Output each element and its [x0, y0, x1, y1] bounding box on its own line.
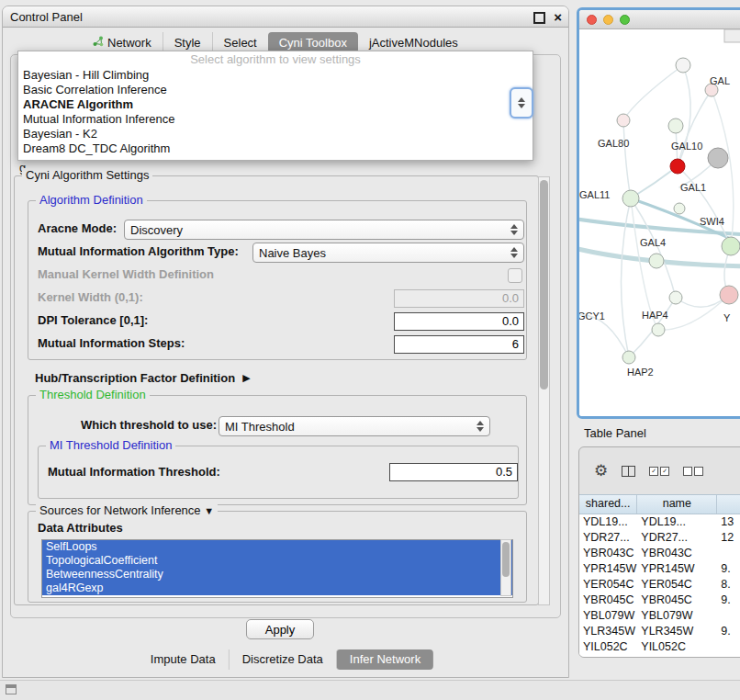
columns-icon[interactable] — [622, 466, 635, 477]
table-cell: 9. — [717, 561, 740, 577]
tab-label: Cyni Toolbox — [279, 34, 347, 51]
table-cell: YLR345W — [579, 624, 637, 639]
network-node[interactable] — [652, 323, 665, 336]
control-panel-titlebar[interactable]: Control Panel × — [3, 6, 568, 28]
table-cell: 8. — [717, 577, 740, 593]
desktop: Control Panel × NetworkStyleSelectCyni T… — [0, 0, 740, 700]
close-traffic-light-icon[interactable] — [587, 15, 597, 25]
manual-kernel-label: Manual Kernel Width Definition — [38, 267, 214, 281]
combo-value: MI Threshold — [225, 420, 295, 434]
bottom-tabbar: Impute DataDiscretize DataInfer Network — [138, 649, 433, 670]
column-header[interactable]: name — [637, 495, 717, 514]
mi-threshold-field[interactable]: 0.5 — [389, 463, 518, 481]
apply-button[interactable]: Apply — [246, 619, 314, 639]
hub-definition-toggle[interactable]: Hub/Transcription Factor Definition ▶ — [35, 371, 251, 385]
scrollbar-thumb[interactable] — [502, 542, 510, 577]
network-node[interactable] — [720, 286, 738, 304]
table-row[interactable]: YBL079WYBL079W — [579, 608, 740, 624]
zoom-traffic-light-icon[interactable] — [620, 15, 630, 25]
mi-type-label: Mutual Information Algorithm Type: — [38, 244, 239, 258]
select-all-icon[interactable]: ✓✓ — [649, 467, 669, 476]
close-icon[interactable]: × — [554, 6, 562, 28]
attribute-item[interactable]: BetweennessCentrality — [42, 568, 512, 581]
node-label: GAL10 — [671, 141, 702, 152]
expand-icon: ▶ — [242, 372, 250, 384]
attribute-item[interactable]: SelfLoops — [42, 540, 512, 554]
column-header[interactable] — [717, 495, 740, 514]
table-row[interactable]: YLR345WYLR345W9. — [579, 624, 740, 639]
node-label: Y — [723, 312, 731, 323]
network-node[interactable] — [622, 190, 639, 207]
algorithm-option[interactable]: Dream8 DC_TDC Algorithm — [18, 141, 533, 156]
table-row[interactable]: YPR145WYPR145W9. — [579, 561, 740, 577]
node-label: HAP2 — [627, 367, 654, 378]
tab-discretize-data[interactable]: Discretize Data — [229, 649, 336, 670]
float-window-icon[interactable] — [533, 12, 545, 24]
table-cell: YDL19... — [637, 514, 717, 530]
network-node[interactable] — [622, 351, 635, 364]
dpi-tolerance-field[interactable]: 0.0 — [394, 312, 524, 331]
node-label: SWI4 — [700, 216, 724, 227]
combo-value: Naive Bayes — [259, 246, 326, 260]
tab-infer-network[interactable]: Infer Network — [336, 649, 433, 670]
aracne-mode-select[interactable]: Discovery — [124, 220, 524, 240]
attributes-list-scrollbar[interactable] — [500, 539, 511, 596]
settings-scrollbar[interactable] — [538, 176, 550, 605]
minimize-traffic-light-icon[interactable] — [603, 15, 613, 25]
obscured-combobox-fragment[interactable] — [510, 87, 533, 119]
network-node[interactable] — [649, 254, 664, 268]
table-cell: YIL052C — [579, 639, 637, 655]
data-attributes-list[interactable]: SelfLoopsTopologicalCoefficientBetweenne… — [41, 539, 513, 598]
tab-impute-data[interactable]: Impute Data — [138, 649, 229, 670]
algorithm-option[interactable]: Bayesian - K2 — [18, 127, 533, 141]
attribute-item[interactable]: gal4RGexp — [42, 581, 512, 595]
network-node[interactable] — [674, 203, 685, 214]
network-node[interactable] — [722, 237, 740, 255]
algorithm-option[interactable]: Mutual Information Inference — [18, 112, 533, 127]
deselect-all-icon[interactable] — [683, 467, 703, 476]
algorithm-option[interactable]: Basic Correlation Inference — [18, 83, 533, 97]
scrollbar-thumb[interactable] — [540, 180, 548, 390]
algorithm-definition-group: Algorithm Definition Aracne Mode: Discov… — [28, 200, 527, 360]
canvas-corner-box — [724, 29, 740, 42]
which-threshold-select[interactable]: MI Threshold — [219, 416, 490, 436]
panel-toggle-icon[interactable] — [6, 684, 17, 694]
table-cell: YER054C — [579, 577, 637, 593]
network-node[interactable] — [668, 119, 683, 133]
table-cell: YDR27... — [637, 530, 717, 546]
mi-algorithm-type-select[interactable]: Naive Bayes — [252, 243, 524, 263]
network-view-window: GALGAL80GAL10GAL11GAL1SWI4GAL4GCY1HAP4YH… — [577, 7, 740, 419]
network-node[interactable] — [669, 291, 682, 304]
mi-steps-field[interactable]: 6 — [394, 335, 524, 354]
sources-group-title[interactable]: Sources for Network Inference ▼ — [36, 503, 218, 517]
algorithm-option[interactable]: Bayesian - Hill Climbing — [18, 68, 533, 83]
network-edge — [623, 120, 631, 198]
table-row[interactable]: YBR043CYBR043C — [579, 546, 740, 561]
table-row[interactable]: YDL19...YDL19...13 — [579, 514, 740, 530]
gear-icon[interactable]: ⚙ — [594, 463, 608, 479]
network-node[interactable] — [670, 159, 685, 174]
node-label: GAL11 — [579, 189, 610, 200]
network-node[interactable] — [708, 148, 728, 168]
table-cell: 9. — [717, 624, 740, 639]
column-header[interactable]: shared... — [579, 495, 637, 514]
table-row[interactable]: YER054CYER054C8. — [579, 577, 740, 593]
table-row[interactable]: YDR27...YDR27...12 — [579, 530, 740, 546]
network-node[interactable] — [617, 114, 630, 127]
table-panel-label: Table Panel — [584, 426, 646, 440]
table-row[interactable]: YBR045CYBR045C9. — [579, 593, 740, 608]
table-cell: YBL079W — [579, 608, 637, 624]
table-row[interactable]: YIL052CYIL052C — [579, 639, 740, 655]
cyni-algorithm-settings-group: Cyni Algorithm Settings Algorithm Defini… — [14, 175, 539, 605]
network-node[interactable] — [676, 58, 690, 73]
manual-kernel-checkbox[interactable] — [508, 268, 522, 283]
kernel-width-field[interactable]: 0.0 — [394, 289, 524, 308]
algorithm-option[interactable]: ARACNE Algorithm — [18, 97, 533, 112]
table-cell: YPR145W — [579, 561, 637, 577]
algorithm-definition-title: Algorithm Definition — [36, 193, 147, 207]
threshold-definition-group: Threshold Definition Which threshold to … — [28, 395, 527, 505]
network-window-titlebar[interactable] — [579, 10, 740, 29]
network-canvas[interactable]: GALGAL80GAL10GAL11GAL1SWI4GAL4GCY1HAP4YH… — [579, 29, 740, 417]
attribute-item[interactable]: TopologicalCoefficient — [42, 554, 512, 568]
table-cell: YBR043C — [579, 546, 637, 561]
